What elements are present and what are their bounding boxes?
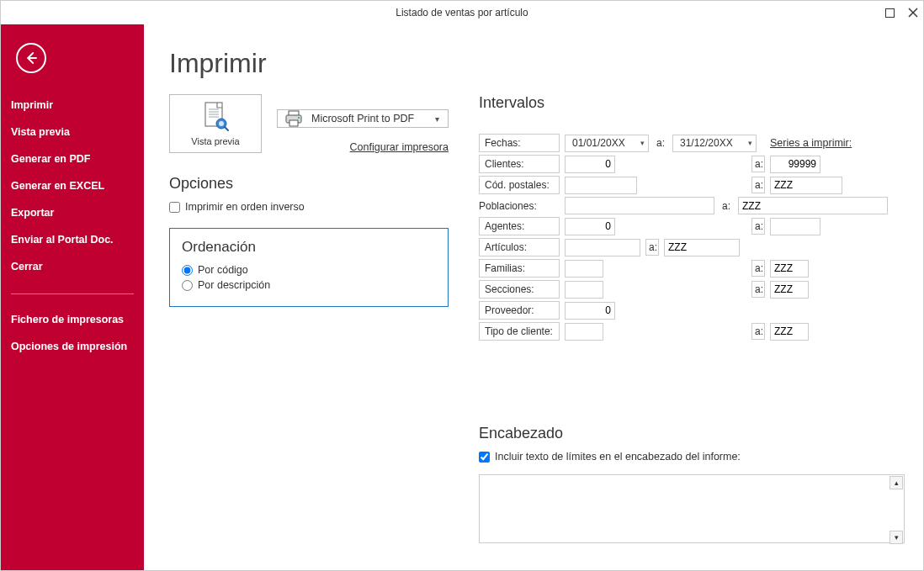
window-controls (885, 1, 918, 24)
row-cod-postales: Cód. postales: a: (479, 176, 905, 194)
svg-rect-15 (289, 120, 298, 126)
label-cod-postales: Cód. postales: (479, 176, 560, 194)
chevron-down-icon: ▾ (748, 139, 752, 147)
a-label: a: (720, 198, 733, 214)
a-label: a: (751, 177, 765, 193)
row-secciones: Secciones: a: (479, 280, 905, 299)
printer-name: Microsoft Print to PDF (311, 113, 414, 124)
fechas-to-dropdown[interactable]: 31/12/20XX ▾ (672, 135, 757, 152)
a-label: a: (654, 135, 667, 151)
sidebar-item-generar-pdf[interactable]: Generar en PDF (1, 145, 144, 172)
label-agentes: Agentes: (479, 217, 560, 235)
secciones-from-input[interactable] (565, 281, 603, 299)
svg-rect-0 (886, 8, 895, 17)
label-secciones: Secciones: (479, 280, 560, 299)
poblaciones-from-input[interactable] (565, 197, 714, 214)
clientes-from-input[interactable] (565, 156, 615, 173)
right-column: Intervalos Fechas: 01/01/20XX ▾ a: 31/12 (479, 94, 905, 546)
ordering-group: Ordenación Por código Por descripción (169, 228, 449, 307)
reverse-order-checkbox[interactable] (169, 202, 180, 213)
label-tipo-cliente: Tipo de cliente: (479, 322, 560, 341)
label-poblaciones: Poblaciones: (479, 198, 560, 214)
back-button[interactable] (16, 43, 46, 73)
cod-postales-to-input[interactable] (770, 177, 842, 194)
familias-to-input[interactable] (770, 260, 809, 278)
ordering-by-description-label: Por descripción (198, 279, 270, 291)
label-articulos: Artículos: (479, 238, 560, 256)
include-limits-checkbox[interactable] (479, 452, 490, 463)
chevron-down-icon: ▾ (435, 114, 439, 124)
label-fechas: Fechas: (479, 134, 560, 152)
ordering-by-code-radio[interactable] (182, 265, 193, 276)
ordering-by-description-row[interactable]: Por descripción (182, 279, 436, 291)
preview-button[interactable]: Vista previa (169, 94, 262, 153)
secciones-to-input[interactable] (770, 281, 809, 299)
ordering-by-description-radio[interactable] (182, 280, 193, 291)
intervals-heading: Intervalos (479, 94, 905, 112)
poblaciones-to-input[interactable] (738, 197, 888, 214)
printer-icon (284, 110, 303, 127)
agentes-to-input[interactable] (770, 218, 820, 235)
clientes-to-input[interactable] (770, 156, 820, 173)
label-clientes: Clientes: (479, 155, 560, 173)
close-icon[interactable] (908, 8, 918, 18)
ordering-by-code-row[interactable]: Por código (182, 264, 436, 276)
intervals-form: Fechas: 01/01/20XX ▾ a: 31/12/20XX ▾ Ser… (479, 134, 905, 341)
sidebar-item-exportar[interactable]: Exportar (1, 199, 144, 226)
row-proveedor: Proveedor: (479, 301, 905, 320)
header-textarea[interactable] (479, 474, 905, 543)
reverse-order-checkbox-row[interactable]: Imprimir en orden inverso (169, 201, 449, 213)
row-fechas: Fechas: 01/01/20XX ▾ a: 31/12/20XX ▾ Ser… (479, 134, 905, 152)
a-label: a: (751, 260, 765, 277)
include-limits-label: Incluir texto de límites en el encabezad… (495, 451, 741, 463)
articulos-to-input[interactable] (664, 239, 740, 256)
tipo-cliente-to-input[interactable] (770, 323, 809, 341)
window-title: Listado de ventas por artículo (396, 7, 528, 19)
titlebar: Listado de ventas por artículo (1, 1, 923, 24)
sidebar-item-vista-previa[interactable]: Vista previa (1, 119, 144, 145)
a-label: a: (751, 156, 765, 172)
scroll-down-icon[interactable]: ▾ (889, 531, 903, 544)
maximize-icon[interactable] (885, 8, 895, 18)
sidebar-item-fichero-impresoras[interactable]: Fichero de impresoras (1, 306, 144, 333)
ordering-title: Ordenación (182, 239, 436, 256)
fechas-from-value: 01/01/20XX (572, 137, 625, 149)
sidebar-item-opciones-impresion[interactable]: Opciones de impresión (1, 333, 144, 360)
familias-from-input[interactable] (565, 260, 603, 278)
row-agentes: Agentes: a: (479, 217, 905, 235)
sidebar: Imprimir Vista previa Generar en PDF Gen… (1, 24, 144, 570)
label-familias: Familias: (479, 259, 560, 278)
a-label: a: (751, 323, 765, 340)
proveedor-from-input[interactable] (565, 302, 615, 320)
articulos-from-input[interactable] (565, 239, 640, 256)
reverse-order-label: Imprimir en orden inverso (185, 201, 305, 213)
include-limits-checkbox-row[interactable]: Incluir texto de límites en el encabezad… (479, 451, 905, 463)
row-poblaciones: Poblaciones: a: (479, 197, 905, 214)
configure-printer-link[interactable]: Configurar impresora (277, 141, 449, 153)
scroll-up-icon[interactable]: ▴ (889, 476, 903, 489)
agentes-from-input[interactable] (565, 218, 615, 235)
preview-label: Vista previa (191, 136, 239, 146)
a-label: a: (645, 239, 659, 256)
sidebar-item-generar-excel[interactable]: Generar en EXCEL (1, 172, 144, 199)
tipo-cliente-from-input[interactable] (565, 323, 603, 341)
header-heading: Encabezado (479, 425, 905, 442)
row-articulos: Artículos: a: (479, 238, 905, 256)
a-label: a: (751, 218, 765, 235)
svg-line-11 (225, 127, 228, 130)
a-label: a: (751, 281, 765, 298)
cod-postales-from-input[interactable] (565, 177, 637, 194)
printer-select[interactable]: Microsoft Print to PDF ▾ (277, 109, 449, 128)
chevron-down-icon: ▾ (640, 139, 645, 147)
row-tipo-cliente: Tipo de cliente: a: (479, 322, 905, 341)
sidebar-item-imprimir[interactable]: Imprimir (1, 92, 144, 119)
svg-point-10 (219, 121, 224, 126)
page-title: Imprimir (169, 48, 905, 79)
series-link[interactable]: Series a imprimir: (770, 137, 852, 149)
print-dialog-window: Listado de ventas por artículo Imprimir … (0, 0, 924, 571)
sidebar-item-cerrar[interactable]: Cerrar (1, 253, 144, 280)
sidebar-item-enviar-portal[interactable]: Enviar al Portal Doc. (1, 226, 144, 253)
label-proveedor: Proveedor: (479, 301, 560, 320)
row-familias: Familias: a: (479, 259, 905, 278)
fechas-from-dropdown[interactable]: 01/01/20XX ▾ (565, 135, 649, 152)
